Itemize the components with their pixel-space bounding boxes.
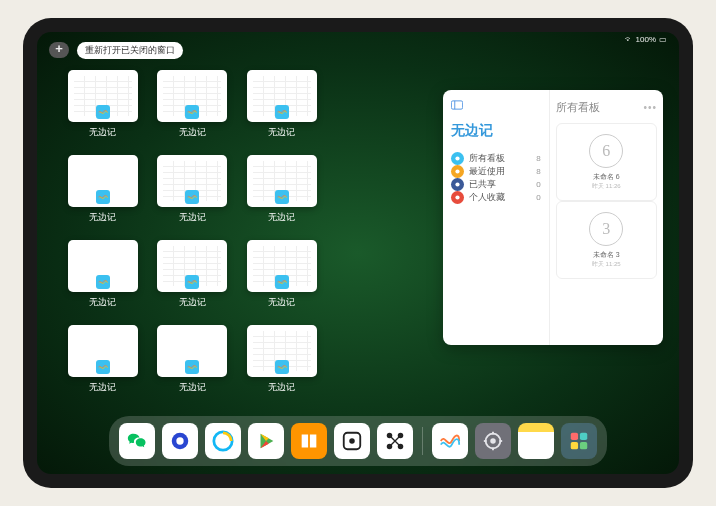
dock-netease-icon[interactable]: [162, 423, 198, 459]
dock-play-icon[interactable]: [248, 423, 284, 459]
svg-point-2: [455, 156, 459, 160]
board-date: 昨天 11:25: [592, 260, 621, 269]
svg-rect-22: [580, 433, 587, 440]
window-card[interactable]: 无边记: [157, 155, 229, 224]
window-label: 无边记: [179, 381, 206, 394]
window-card[interactable]: 无边记: [67, 240, 139, 309]
sidebar-item-count: 0: [536, 180, 540, 189]
board-card[interactable]: 6 未命名 6 昨天 11:26: [556, 123, 657, 201]
window-thumb[interactable]: [157, 155, 227, 207]
freeform-icon: [96, 105, 110, 119]
status-bar: ᯤ 100% ▭: [625, 35, 667, 44]
board-preview: 3: [589, 212, 623, 246]
ipad-frame: ᯤ 100% ▭ + 重新打开已关闭的窗口 无边记 无边记 无边记 无边记: [23, 18, 693, 488]
window-card[interactable]: 无边记: [67, 325, 139, 394]
window-card[interactable]: 无边记: [246, 325, 318, 394]
battery-label: 100%: [636, 35, 656, 44]
dock-settings-icon[interactable]: [475, 423, 511, 459]
svg-point-3: [455, 169, 459, 173]
freeform-icon: [96, 275, 110, 289]
svg-point-10: [349, 438, 355, 444]
screen: ᯤ 100% ▭ + 重新打开已关闭的窗口 无边记 无边记 无边记 无边记: [37, 32, 679, 474]
panel-title: 无边记: [451, 122, 541, 140]
sidebar-item-label: 已共享: [469, 178, 496, 191]
window-label: 无边记: [179, 296, 206, 309]
sidebar-item-label: 所有看板: [469, 152, 505, 165]
freeform-icon: [275, 105, 289, 119]
dock-connect-icon[interactable]: [377, 423, 413, 459]
more-icon[interactable]: •••: [643, 102, 657, 113]
freeform-icon: [275, 190, 289, 204]
sidebar-item-count: 0: [536, 193, 540, 202]
sidebar-icon[interactable]: [451, 100, 463, 112]
dock-qq-icon[interactable]: [205, 423, 241, 459]
svg-rect-0: [451, 101, 462, 109]
category-icon: [451, 165, 464, 178]
window-label: 无边记: [268, 211, 295, 224]
boards-title: 所有看板: [556, 100, 600, 115]
svg-point-5: [455, 195, 459, 199]
svg-point-16: [490, 438, 496, 444]
window-label: 无边记: [89, 296, 116, 309]
freeform-icon: [185, 190, 199, 204]
battery-icon: ▭: [659, 35, 667, 44]
freeform-icon: [185, 105, 199, 119]
sidebar-item[interactable]: 最近使用 8: [451, 165, 541, 178]
window-card[interactable]: 无边记: [246, 70, 318, 139]
window-card[interactable]: 无边记: [246, 240, 318, 309]
window-thumb[interactable]: [247, 240, 317, 292]
category-icon: [451, 191, 464, 204]
freeform-icon: [96, 360, 110, 374]
dock-apps-icon[interactable]: [561, 423, 597, 459]
window-label: 无边记: [268, 126, 295, 139]
freeform-icon: [275, 360, 289, 374]
dock-books-icon[interactable]: [291, 423, 327, 459]
window-card[interactable]: 无边记: [157, 325, 229, 394]
window-card[interactable]: 无边记: [157, 70, 229, 139]
freeform-icon: [275, 275, 289, 289]
dock-alt-icon[interactable]: [334, 423, 370, 459]
panel-freeform[interactable]: 无边记 所有看板 8 最近使用 8 已共享 0 个人收藏 0 所有看板 •••: [443, 90, 663, 345]
sidebar-item[interactable]: 已共享 0: [451, 178, 541, 191]
window-thumb[interactable]: [68, 70, 138, 122]
freeform-icon: [96, 190, 110, 204]
window-thumb[interactable]: [68, 325, 138, 377]
dock-freeform-icon[interactable]: [432, 423, 468, 459]
window-thumb[interactable]: [247, 325, 317, 377]
window-card[interactable]: 无边记: [157, 240, 229, 309]
sidebar-item-count: 8: [536, 167, 540, 176]
window-card[interactable]: 无边记: [246, 155, 318, 224]
board-name: 未命名 3: [593, 250, 620, 260]
new-window-button[interactable]: +: [49, 42, 69, 58]
window-thumb[interactable]: [68, 240, 138, 292]
window-thumb[interactable]: [247, 155, 317, 207]
sidebar-item-label: 最近使用: [469, 165, 505, 178]
window-card[interactable]: 无边记: [67, 155, 139, 224]
window-thumb[interactable]: [247, 70, 317, 122]
windows-grid: 无边记 无边记 无边记 无边记 无边记 无边记 无边: [67, 70, 407, 394]
reopen-closed-button[interactable]: 重新打开已关闭的窗口: [77, 42, 183, 59]
window-thumb[interactable]: [157, 70, 227, 122]
svg-rect-23: [571, 442, 578, 449]
category-icon: [451, 178, 464, 191]
sidebar-item[interactable]: 所有看板 8: [451, 152, 541, 165]
svg-rect-24: [580, 442, 587, 449]
sidebar-item[interactable]: 个人收藏 0: [451, 191, 541, 204]
window-label: 无边记: [179, 126, 206, 139]
window-label: 无边记: [89, 126, 116, 139]
window-card[interactable]: 无边记: [67, 70, 139, 139]
window-thumb[interactable]: [157, 240, 227, 292]
window-label: 无边记: [179, 211, 206, 224]
panel-sidebar: 无边记 所有看板 8 最近使用 8 已共享 0 个人收藏 0: [443, 90, 549, 345]
board-card[interactable]: 3 未命名 3 昨天 11:25: [556, 201, 657, 279]
wifi-icon: ᯤ: [625, 35, 633, 44]
window-thumb[interactable]: [157, 325, 227, 377]
category-icon: [451, 152, 464, 165]
dock-wechat-icon[interactable]: [119, 423, 155, 459]
panel-boards: 所有看板 ••• 6 未命名 6 昨天 11:26 3 未命名 3 昨天 11:…: [549, 90, 663, 345]
dock-notes-icon[interactable]: [518, 423, 554, 459]
window-thumb[interactable]: [68, 155, 138, 207]
svg-rect-21: [571, 433, 578, 440]
window-label: 无边记: [268, 381, 295, 394]
freeform-icon: [185, 360, 199, 374]
